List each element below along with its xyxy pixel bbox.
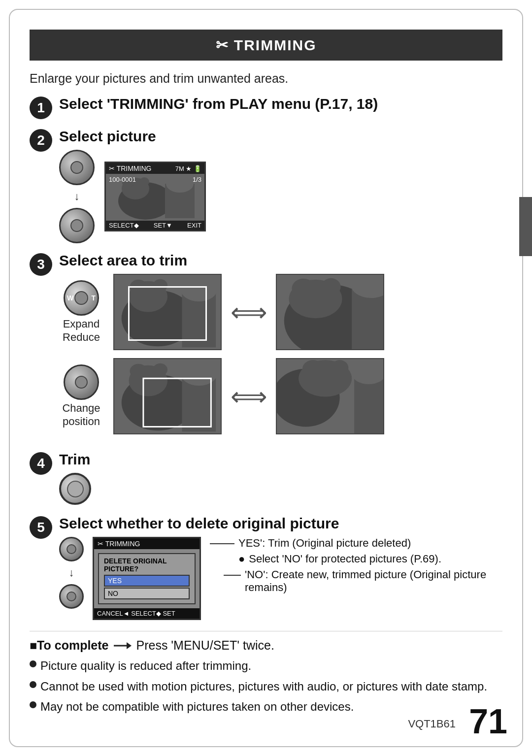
expand-control: W T Expand Reduce [59,280,103,344]
change-position-label: Change position [62,402,100,428]
note-text-3: May not be compatible with pictures take… [40,698,354,715]
position-control: Change position [59,364,103,428]
step-4-content: Trim [59,451,502,508]
step-5-descriptions: YES': Trim (Original picture deleted) ● … [210,537,502,597]
delete-screen-body: DELETE ORIGINAL PICTURE? YES NO [94,549,200,608]
step-1: 1 Select 'TRIMMING' from PLAY menu (P.17… [30,96,502,119]
position-dial [64,364,99,400]
counter: 1/3 [193,176,201,183]
line-connector-2 [224,575,241,576]
arrow-position: ⟺ [232,382,266,411]
svg-point-13 [181,277,218,301]
svg-point-28 [181,362,218,386]
note-text-2: Cannot be used with motion pictures, pic… [40,678,487,695]
svg-point-26 [153,363,167,376]
page-content: ✂ TRIMMING Enlarge your pictures and tri… [30,30,502,726]
set-label: SET▼ [154,222,172,229]
arrow-expand: ⟺ [232,297,266,327]
step-2-row: ↓ ✂ TRIMMING 7M ★ 🔋 [59,150,502,243]
svg-point-33 [302,360,324,377]
step-3-title: Select area to trim [59,252,502,269]
arrow-down-5: ↓ [69,566,74,579]
shutter-button-icon [59,473,91,505]
step-3-section: W T Expand Reduce [59,274,502,434]
dial-5-bottom-center [66,592,76,601]
position-dial-center [75,376,88,389]
step-4-title: Trim [59,451,502,468]
dial-top [59,150,95,185]
line-connector-1 [210,543,234,544]
svg-point-34 [331,360,348,375]
step-5-content: Select whether to delete original pictur… [59,515,502,620]
file-info: 100-0001 [109,176,136,183]
bear-svg-before-2 [114,359,221,434]
dial-5-top [59,537,84,561]
wt-inner [74,291,88,305]
wt-dial: W T [64,280,99,316]
arrow-down-1: ↓ [74,190,80,203]
dial-bottom [59,208,95,243]
step-1-content: Select 'TRIMMING' from PLAY menu (P.17, … [59,96,502,117]
no-text: 'NO': Create new, trimmed picture (Origi… [245,568,502,594]
note-3: May not be compatible with pictures take… [30,698,502,715]
file-icons: 7M ★ 🔋 [175,165,201,172]
bear-after-2 [276,358,384,434]
bear-after-1 [276,274,384,350]
bullet-1 [30,660,36,667]
select-no-description: ● Select 'NO' for protected pictures (P.… [238,553,502,565]
arrow-right-icon [114,640,132,651]
expand-label: Expand Reduce [63,318,100,344]
svg-point-19 [321,278,340,296]
step-5-number: 5 [30,516,52,539]
step-5-row: ↓ ✂ TRIMMING DELETE ORIGINAL PICTURE? YE… [59,537,502,620]
exit-label: EXIT [187,222,201,229]
step-4-number: 4 [30,452,52,475]
delete-screen-footer: CANCEL◄ SELECT◆ SET [94,608,200,619]
delete-screen-header: ✂ TRIMMING [94,538,200,549]
step-1-title: Select 'TRIMMING' from PLAY menu (P.17, … [59,96,502,112]
delete-screen: ✂ TRIMMING DELETE ORIGINAL PICTURE? YES … [93,537,201,620]
dial-5-bottom [59,584,84,609]
step-2-dials: ↓ [59,150,95,243]
to-complete-text: Press 'MENU/SET' twice. [136,638,274,653]
trimming-label: ✂ TRIMMING [109,164,151,172]
screen-header: ✂ TRIMMING 7M ★ 🔋 [106,163,204,174]
dialog-yes: YES [104,575,190,587]
svg-point-4 [139,177,149,186]
select-label: SELECT◆ [109,222,139,229]
step-5: 5 Select whether to delete original pict… [30,515,502,620]
bullet-2 [30,681,36,688]
step-2-title: Select picture [59,128,502,145]
notes-section: ■To complete Press 'MENU/SET' twice. Pic… [30,631,502,715]
to-complete-prefix: ■To complete [30,638,109,653]
step-5-dials: ↓ [59,537,84,609]
page-subtitle: Enlarge your pictures and trim unwanted … [30,71,502,86]
screen-footer: SELECT◆ SET▼ EXIT [106,221,204,230]
step3-pair-expand: W T Expand Reduce [59,274,502,350]
note-1: Picture quality is reduced after trimmin… [30,657,502,674]
vqt-reference: VQT1B61 [408,718,456,730]
page-number: 71 [469,702,507,741]
step3-pair-position: Change position [59,358,502,434]
step-1-number: 1 [30,97,52,119]
page-title: ✂ TRIMMING [30,30,502,61]
camera-screen-step2: ✂ TRIMMING 7M ★ 🔋 [104,162,206,231]
bear-before-2 [113,358,222,434]
dial-bottom-center [70,219,83,232]
no-description: 'NO': Create new, trimmed picture (Origi… [224,568,502,594]
dialog-no: NO [104,588,190,599]
dial-top-center [70,161,83,174]
bear-svg-after-2 [277,359,383,434]
bear-svg-before-1 [114,275,221,350]
t-label: T [91,294,96,302]
bear-svg-after-1 [277,275,383,350]
delete-dialog: DELETE ORIGINAL PICTURE? YES NO [98,553,196,604]
svg-point-25 [130,364,147,378]
step-2: 2 Select picture ↓ ✂ TRIMMING [30,128,502,243]
step-5-title: Select whether to delete original pictur… [59,515,502,532]
dial-5-top-center [66,544,76,554]
select-no-text: Select 'NO' for protected pictures (P.69… [249,553,441,565]
w-label: W [67,294,73,302]
wt-outer-ring: W T [64,280,99,316]
svg-point-18 [292,279,315,298]
